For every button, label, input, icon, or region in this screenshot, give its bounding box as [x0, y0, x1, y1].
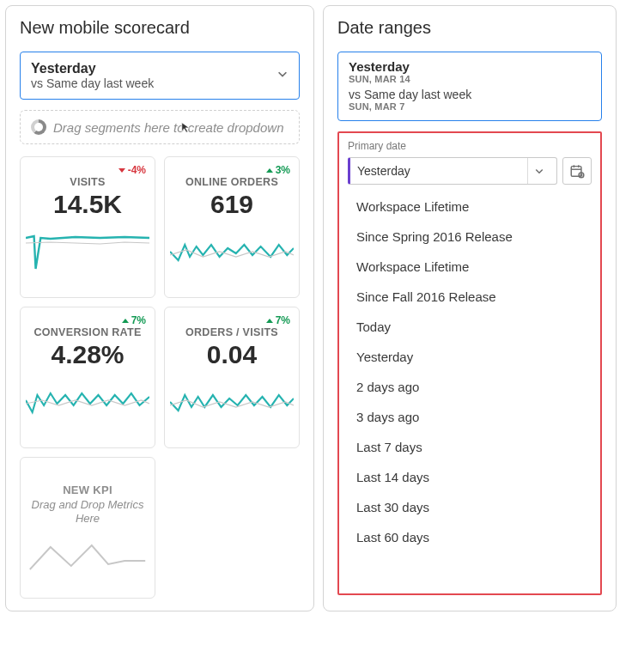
metric-value: 0.04 — [170, 340, 294, 369]
svg-rect-0 — [571, 167, 581, 177]
date-option[interactable]: Last 7 days — [348, 432, 592, 462]
cursor-icon — [180, 121, 192, 136]
chevron-down-icon — [527, 158, 550, 184]
metric-label: ONLINE ORDERS — [170, 176, 294, 188]
calendar-add-button[interactable] — [562, 157, 592, 185]
date-option[interactable]: 3 days ago — [348, 402, 592, 432]
date-ranges-panel: Date ranges Yesterday SUN, MAR 14 vs Sam… — [323, 5, 617, 611]
primary-date-block: Primary date Yesterday — [337, 131, 602, 595]
metric-value: 4.28% — [26, 340, 149, 369]
metric-value: 14.5K — [26, 190, 149, 219]
delta-badge: 3% — [266, 164, 290, 176]
metric-card-new-kpi[interactable]: NEW KPI Drag and Drop Metrics Here — [20, 457, 155, 599]
placeholder-sparkline — [26, 535, 149, 576]
segment-icon — [31, 119, 46, 135]
sparkline — [26, 376, 149, 424]
primary-date-label: Primary date — [348, 140, 592, 152]
segment-dropzone[interactable]: Drag segments here to create dropdown — [20, 110, 300, 144]
date-range-selector[interactable]: Yesterday vs Same day last week — [20, 52, 300, 100]
sparkline — [170, 226, 294, 274]
summary-primary: Yesterday — [349, 59, 591, 74]
date-option[interactable]: 2 days ago — [348, 372, 592, 402]
delta-badge: 7% — [266, 314, 290, 326]
scorecard-panel: New mobile scorecard Yesterday vs Same d… — [5, 5, 314, 611]
date-range-summary[interactable]: Yesterday SUN, MAR 14 vs Same day last w… — [337, 52, 602, 121]
delta-badge: 7% — [122, 314, 146, 326]
metric-value: 619 — [170, 190, 294, 219]
scorecard-title: New mobile scorecard — [20, 18, 300, 38]
primary-date-select[interactable]: Yesterday — [348, 157, 557, 185]
metric-cards-grid: -4% VISITS 14.5K 3% ONLINE ORDERS 619 — [20, 156, 300, 599]
date-option[interactable]: Yesterday — [348, 342, 592, 372]
sparkline — [170, 376, 294, 424]
metric-card-online-orders[interactable]: 3% ONLINE ORDERS 619 — [164, 156, 300, 298]
segment-drop-hint: Drag segments here to create dropdown — [53, 120, 283, 135]
new-kpi-label: NEW KPI — [26, 484, 149, 496]
summary-compare: vs Same day last week — [349, 88, 591, 101]
date-option[interactable]: Today — [348, 312, 592, 342]
new-kpi-hint: Drag and Drop Metrics Here — [26, 498, 149, 526]
summary-primary-date: SUN, MAR 14 — [349, 74, 591, 84]
primary-date-selected: Yesterday — [357, 164, 410, 178]
metric-card-visits[interactable]: -4% VISITS 14.5K — [20, 156, 155, 298]
date-selector-sub: vs Same day last week — [31, 76, 289, 90]
metric-label: CONVERSION RATE — [26, 326, 149, 338]
primary-date-options: Workspace Lifetime Since Spring 2016 Rel… — [348, 192, 592, 590]
date-option[interactable]: Last 30 days — [348, 492, 592, 522]
metric-label: ORDERS / VISITS — [170, 326, 294, 338]
summary-compare-date: SUN, MAR 7 — [349, 101, 591, 112]
date-option[interactable]: Since Spring 2016 Release — [348, 222, 592, 252]
date-option[interactable]: Workspace Lifetime — [348, 252, 592, 282]
delta-badge: -4% — [118, 164, 146, 176]
chevron-down-icon — [276, 68, 289, 83]
sparkline — [26, 226, 149, 274]
date-selector-main: Yesterday — [31, 61, 289, 76]
date-ranges-title: Date ranges — [337, 18, 602, 38]
metric-card-orders-visits[interactable]: 7% ORDERS / VISITS 0.04 — [164, 307, 300, 448]
metric-card-conversion-rate[interactable]: 7% CONVERSION RATE 4.28% — [20, 307, 155, 448]
date-option[interactable]: Workspace Lifetime — [348, 192, 592, 222]
date-option[interactable]: Last 60 days — [348, 522, 592, 552]
metric-label: VISITS — [26, 176, 149, 188]
date-option[interactable]: Since Fall 2016 Release — [348, 282, 592, 312]
date-option[interactable]: Last 14 days — [348, 462, 592, 492]
